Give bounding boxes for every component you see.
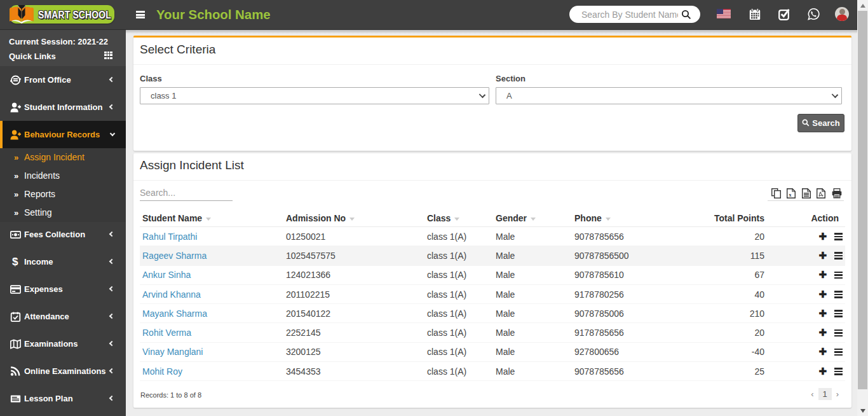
svg-text:x: x (789, 192, 792, 198)
